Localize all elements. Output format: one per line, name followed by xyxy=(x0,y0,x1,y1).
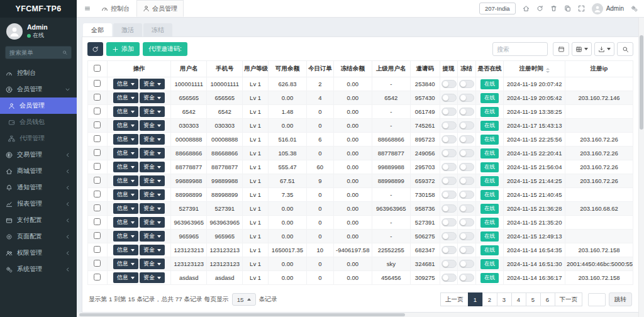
withdraw-toggle[interactable] xyxy=(441,108,457,116)
select-all-checkbox[interactable] xyxy=(94,65,101,72)
freeze-toggle[interactable] xyxy=(459,121,474,130)
search-icon[interactable] xyxy=(58,47,71,58)
row-checkbox[interactable] xyxy=(94,246,101,253)
freeze-toggle[interactable] xyxy=(459,204,474,213)
info-dropdown-button[interactable]: 信息 xyxy=(113,217,138,228)
funds-dropdown-button[interactable]: 资金 xyxy=(140,175,165,186)
withdraw-toggle[interactable] xyxy=(441,260,457,268)
funds-dropdown-button[interactable]: 资金 xyxy=(140,231,165,242)
page-button-5[interactable]: 5 xyxy=(526,292,541,306)
info-dropdown-button[interactable]: 信息 xyxy=(113,120,138,131)
hamburger-menu-icon[interactable] xyxy=(80,4,94,13)
freeze-toggle[interactable] xyxy=(459,177,474,185)
freeze-toggle[interactable] xyxy=(459,94,474,102)
withdraw-toggle[interactable] xyxy=(441,94,457,102)
info-dropdown-button[interactable]: 信息 xyxy=(113,79,138,89)
row-checkbox[interactable] xyxy=(94,94,101,101)
funds-dropdown-button[interactable]: 资金 xyxy=(140,272,165,283)
info-dropdown-button[interactable]: 信息 xyxy=(113,162,138,172)
sidebar-item-report-manage[interactable]: 报表管理 xyxy=(0,196,77,212)
navbar-tab-member-manage[interactable]: 会员管理 xyxy=(136,0,184,17)
withdraw-toggle[interactable] xyxy=(441,163,457,171)
freeze-toggle[interactable] xyxy=(459,108,474,116)
withdraw-toggle[interactable] xyxy=(441,218,457,226)
funds-dropdown-button[interactable]: 资金 xyxy=(140,189,165,200)
funds-dropdown-button[interactable]: 资金 xyxy=(140,120,165,131)
home-icon[interactable] xyxy=(523,5,530,12)
info-dropdown-button[interactable]: 信息 xyxy=(113,245,138,255)
page-button-3[interactable]: 3 xyxy=(497,292,512,306)
funds-dropdown-button[interactable]: 资金 xyxy=(140,245,165,255)
sidebar-item-pay-config[interactable]: 支付配置 xyxy=(0,212,77,228)
row-checkbox[interactable] xyxy=(94,191,101,197)
freeze-toggle[interactable] xyxy=(459,191,474,199)
sidebar-item-member-wallet[interactable]: 会员钱包 xyxy=(0,114,77,130)
info-dropdown-button[interactable]: 信息 xyxy=(113,259,138,269)
freeze-toggle[interactable] xyxy=(459,274,474,282)
page-button-4[interactable]: 4 xyxy=(511,292,526,306)
funds-dropdown-button[interactable]: 资金 xyxy=(140,92,165,103)
export-icon[interactable] xyxy=(594,42,614,56)
row-checkbox[interactable] xyxy=(94,260,101,267)
withdraw-toggle[interactable] xyxy=(441,80,457,88)
info-dropdown-button[interactable]: 信息 xyxy=(113,134,138,145)
page-button-1[interactable]: 1 xyxy=(468,292,483,306)
funds-dropdown-button[interactable]: 资金 xyxy=(140,203,165,214)
sidebar-search-input[interactable] xyxy=(6,47,58,58)
row-checkbox[interactable] xyxy=(94,177,101,184)
withdraw-toggle[interactable] xyxy=(441,121,457,130)
sidebar-item-dashboard[interactable]: 控制台 xyxy=(0,65,77,81)
page-button-6[interactable]: 6 xyxy=(540,292,555,306)
withdraw-toggle[interactable] xyxy=(441,274,457,282)
withdraw-toggle[interactable] xyxy=(441,149,457,157)
row-checkbox[interactable] xyxy=(94,204,101,211)
funds-dropdown-button[interactable]: 资金 xyxy=(140,162,165,172)
fullscreen-icon[interactable] xyxy=(578,5,585,12)
sidebar-item-member-group[interactable]: 会员管理 xyxy=(0,81,77,97)
freeze-toggle[interactable] xyxy=(459,260,474,268)
freeze-toggle[interactable] xyxy=(459,80,474,88)
withdraw-toggle[interactable] xyxy=(441,191,457,199)
navbar-user-menu[interactable]: Admin xyxy=(592,3,624,14)
filter-tab-2[interactable]: 冻结 xyxy=(143,23,172,36)
row-checkbox[interactable] xyxy=(94,274,101,281)
row-checkbox[interactable] xyxy=(94,149,101,156)
sidebar-item-agent-manage[interactable]: 代理管理 xyxy=(0,130,77,147)
sidebar-item-member-manage[interactable]: 会员管理 xyxy=(0,97,77,114)
info-dropdown-button[interactable]: 信息 xyxy=(113,272,138,283)
sidebar-item-perm-manage[interactable]: 权限管理 xyxy=(0,245,77,261)
horizontal-scrollbar[interactable] xyxy=(77,313,638,317)
vertical-scrollbar[interactable] xyxy=(638,18,644,317)
page-size-select[interactable]: 15 xyxy=(232,293,256,306)
funds-dropdown-button[interactable]: 资金 xyxy=(140,79,165,89)
freeze-toggle[interactable] xyxy=(459,246,474,254)
freeze-toggle[interactable] xyxy=(459,232,474,240)
columns-icon[interactable] xyxy=(572,42,592,56)
row-checkbox[interactable] xyxy=(94,232,101,239)
search-icon[interactable] xyxy=(617,42,633,56)
add-member-button[interactable]: 添加 xyxy=(106,42,140,56)
table-search-input[interactable] xyxy=(492,42,548,56)
sidebar-item-notice-manage[interactable]: 通知管理 xyxy=(0,179,77,196)
row-checkbox[interactable] xyxy=(94,163,101,170)
filter-tab-0[interactable]: 全部 xyxy=(83,23,112,36)
freeze-toggle[interactable] xyxy=(459,163,474,171)
agent-invite-code-button[interactable]: 代理邀请码: xyxy=(143,42,187,56)
withdraw-toggle[interactable] xyxy=(441,246,457,254)
row-checkbox[interactable] xyxy=(94,218,101,225)
funds-dropdown-button[interactable]: 资金 xyxy=(140,134,165,145)
row-checkbox[interactable] xyxy=(94,108,101,114)
copy-icon[interactable] xyxy=(564,5,571,12)
withdraw-toggle[interactable] xyxy=(441,177,457,185)
page-button-2[interactable]: 2 xyxy=(482,292,497,306)
navbar-tab-dashboard[interactable]: 控制台 xyxy=(96,0,135,17)
prev-page-button[interactable]: 上一页 xyxy=(440,292,469,306)
filter-tab-1[interactable]: 激活 xyxy=(113,23,142,36)
jump-page-button[interactable]: 跳转 xyxy=(609,292,632,306)
funds-dropdown-button[interactable]: 资金 xyxy=(140,148,165,158)
jump-page-input[interactable] xyxy=(588,293,606,306)
sidebar-item-mall-manage[interactable]: 商城管理 xyxy=(0,163,77,179)
refresh-icon[interactable] xyxy=(536,5,543,12)
info-dropdown-button[interactable]: 信息 xyxy=(113,203,138,214)
withdraw-toggle[interactable] xyxy=(441,135,457,143)
